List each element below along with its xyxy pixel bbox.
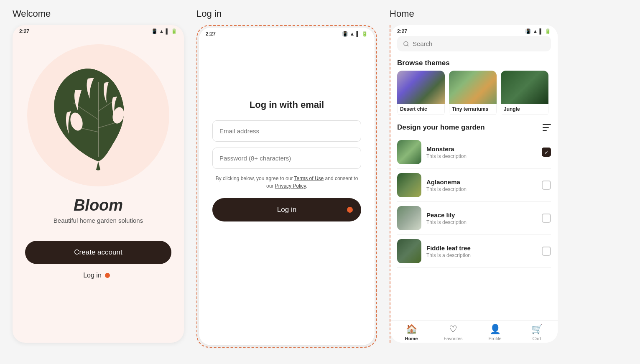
plant-monstera-thumb xyxy=(397,140,421,164)
plant-item-aglaonema: Aglaonema This is description xyxy=(397,169,551,202)
welcome-status-bar: 2:27 📳 ▲ ▌ 🔋 xyxy=(13,25,184,36)
plant-fiddle-thumb xyxy=(397,239,421,263)
login-section: Log in 2:27 📳 ▲ ▌ 🔋 Log in with email By… xyxy=(196,8,377,348)
search-bar[interactable] xyxy=(397,36,551,51)
plant-monstera-name: Monstera xyxy=(426,145,537,153)
theme-card-terrarium[interactable]: Tiny terrariums xyxy=(449,71,497,117)
consent-text: By clicking below, you agree to our Term… xyxy=(212,175,361,190)
wifi-icon: ▲ xyxy=(350,31,355,37)
cart-nav-icon: 🛒 xyxy=(531,324,543,335)
battery-icon: 🔋 xyxy=(171,28,177,34)
welcome-phone-frame: 2:27 📳 ▲ ▌ 🔋 xyxy=(13,25,184,343)
monstera-leaf-illustration xyxy=(44,57,153,174)
home-status-bar: 2:27 📳 ▲ ▌ 🔋 xyxy=(390,25,558,36)
login-link-text[interactable]: Log in xyxy=(83,272,102,279)
plant-aglaonema-checkbox[interactable] xyxy=(542,181,551,190)
home-content: Browse themes Desert chic Tiny terrarium… xyxy=(390,55,558,320)
bottom-nav: 🏠 Home ♡ Favorites 👤 Profile 🛒 Cart xyxy=(390,320,558,343)
nav-home-label: Home xyxy=(405,336,418,341)
plant-peace-name: Peace lily xyxy=(426,211,537,219)
login-dashed-frame: 2:27 📳 ▲ ▌ 🔋 Log in with email By clicki… xyxy=(196,25,377,348)
login-time: 2:27 xyxy=(206,31,216,37)
privacy-link[interactable]: Privacy Policy xyxy=(275,183,306,189)
wifi-icon: ▲ xyxy=(159,28,164,34)
plant-aglaonema-name: Aglaonema xyxy=(426,178,537,186)
plant-aglaonema-info: Aglaonema This is description xyxy=(426,178,537,192)
theme-jungle-label: Jungle xyxy=(501,104,548,115)
garden-heading: Design your home garden xyxy=(397,123,485,132)
login-heading: Log in with email xyxy=(250,99,324,110)
login-button-dot xyxy=(347,207,353,213)
signal-icon: ▌ xyxy=(539,28,543,34)
battery-icon: 🔋 xyxy=(362,31,368,37)
search-icon xyxy=(403,41,409,47)
home-title: Home xyxy=(390,8,627,19)
app-name: Bloom xyxy=(74,196,123,214)
app-subtitle: Beautiful home garden solutions xyxy=(54,217,143,224)
nav-profile-label: Profile xyxy=(488,336,501,341)
plant-item-peace: Peace lily This is description xyxy=(397,202,551,235)
plant-fiddle-checkbox[interactable] xyxy=(542,247,551,256)
create-account-button[interactable]: Create account xyxy=(25,241,171,264)
welcome-blob xyxy=(27,44,169,186)
login-inner: Log in with email By clicking below, you… xyxy=(199,38,375,345)
home-time: 2:27 xyxy=(397,28,407,34)
vibrate-icon: 📳 xyxy=(342,31,348,37)
plant-peace-desc: This is description xyxy=(426,219,537,225)
plant-fiddle-info: Fiddle leaf tree This is a description xyxy=(426,244,537,258)
svg-line-3 xyxy=(407,45,408,46)
welcome-status-icons: 📳 ▲ ▌ 🔋 xyxy=(151,28,177,34)
search-input[interactable] xyxy=(413,40,545,47)
welcome-section: Welcome 2:27 📳 ▲ ▌ 🔋 xyxy=(13,8,184,343)
nav-profile[interactable]: 👤 Profile xyxy=(474,324,516,341)
theme-card-jungle[interactable]: Jungle xyxy=(501,71,548,117)
theme-desert-label: Desert chic xyxy=(397,104,445,115)
plant-aglaonema-thumb xyxy=(397,173,421,197)
plant-monstera-info: Monstera This is description xyxy=(426,145,537,159)
garden-header: Design your home garden xyxy=(397,123,551,132)
nav-favorites-label: Favorites xyxy=(444,336,462,341)
nav-cart[interactable]: 🛒 Cart xyxy=(516,324,558,341)
signal-icon: ▌ xyxy=(356,31,360,37)
signal-icon: ▌ xyxy=(166,28,169,34)
theme-card-desert[interactable]: Desert chic xyxy=(397,71,445,117)
plant-peace-checkbox[interactable] xyxy=(542,214,551,223)
wifi-icon: ▲ xyxy=(533,28,538,34)
plant-item-fiddle: Fiddle leaf tree This is a description xyxy=(397,235,551,268)
plant-item-monstera: Monstera This is description xyxy=(397,136,551,169)
email-input[interactable] xyxy=(212,120,361,142)
plant-aglaonema-desc: This is description xyxy=(426,186,537,192)
filter-icon[interactable] xyxy=(543,124,551,131)
login-orange-dot xyxy=(105,273,110,278)
welcome-inner: Bloom Beautiful home garden solutions Cr… xyxy=(13,36,184,343)
vibrate-icon: 📳 xyxy=(151,28,158,34)
home-nav-icon: 🏠 xyxy=(406,324,417,335)
login-status-bar: 2:27 📳 ▲ ▌ 🔋 xyxy=(199,28,375,38)
search-bar-wrap xyxy=(390,36,558,55)
plant-list: Monstera This is description Aglaonema T… xyxy=(397,136,551,268)
battery-icon: 🔋 xyxy=(545,28,551,34)
plant-peace-thumb xyxy=(397,206,421,230)
plant-monstera-checkbox[interactable] xyxy=(542,148,551,157)
login-status-icons: 📳 ▲ ▌ 🔋 xyxy=(342,31,368,37)
plant-monstera-desc: This is description xyxy=(426,153,537,159)
login-button[interactable]: Log in xyxy=(212,198,361,221)
welcome-time: 2:27 xyxy=(19,28,29,34)
home-section: Home 2:27 📳 ▲ ▌ 🔋 xyxy=(390,8,627,343)
favorites-nav-icon: ♡ xyxy=(449,324,457,335)
terms-link[interactable]: Terms of Use xyxy=(294,176,324,181)
login-link-row: Log in xyxy=(83,272,113,279)
welcome-title: Welcome xyxy=(13,8,184,19)
vibrate-icon: 📳 xyxy=(525,28,531,34)
plant-fiddle-desc: This is a description xyxy=(426,252,537,258)
nav-cart-label: Cart xyxy=(533,336,541,341)
nav-favorites[interactable]: ♡ Favorites xyxy=(432,324,474,341)
plant-peace-info: Peace lily This is description xyxy=(426,211,537,225)
password-input[interactable] xyxy=(212,148,361,169)
themes-row: Desert chic Tiny terrariums Jungle xyxy=(397,71,551,117)
home-status-icons: 📳 ▲ ▌ 🔋 xyxy=(525,28,551,34)
login-phone-frame: 2:27 📳 ▲ ▌ 🔋 Log in with email By clicki… xyxy=(199,28,375,345)
nav-home[interactable]: 🏠 Home xyxy=(390,324,432,341)
home-phone-frame: 2:27 📳 ▲ ▌ 🔋 Browse themes xyxy=(390,25,558,343)
home-dashed-frame: 2:27 📳 ▲ ▌ 🔋 Browse themes xyxy=(390,25,627,343)
